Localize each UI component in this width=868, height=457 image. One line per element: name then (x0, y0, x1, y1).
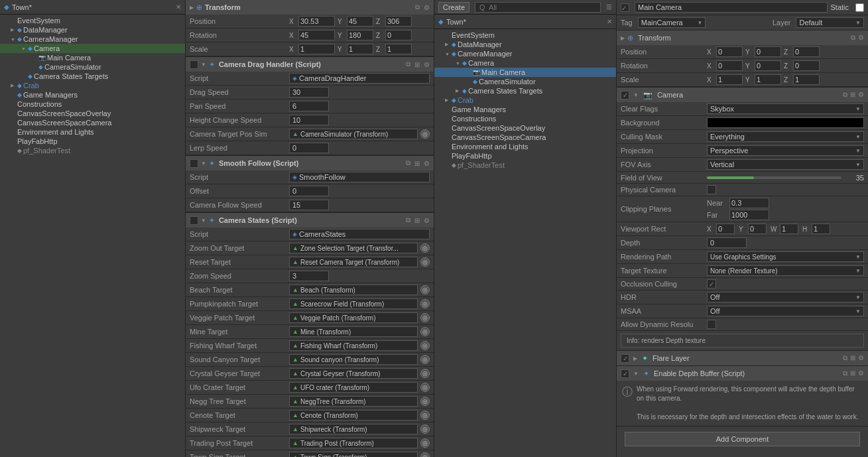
sf-follow-input[interactable] (289, 200, 329, 210)
ri-pos-z-input[interactable] (793, 46, 820, 57)
pumpkin-select-btn[interactable]: ◎ (420, 299, 430, 308)
h2-constr[interactable]: Constructions (434, 114, 616, 123)
clear-flags-dropdown[interactable]: Skybox ▼ (707, 103, 864, 114)
h2-gm[interactable]: Game Managers (434, 105, 616, 114)
target-texture-dropdown[interactable]: None (Render Texture) ▼ (707, 265, 864, 276)
h2-maincamera[interactable]: 📷 Main Camera (434, 68, 616, 77)
hierarchy2-search[interactable] (475, 2, 601, 13)
cdh-checkbox[interactable] (190, 60, 198, 69)
zoom-out-select-btn[interactable]: ◎ (420, 243, 430, 253)
far-input[interactable] (729, 210, 769, 220)
background-color-swatch[interactable] (707, 117, 864, 128)
ri-active-checkbox[interactable]: ✓ (621, 3, 629, 12)
cs-copy-btn[interactable]: ⧉ (406, 216, 410, 224)
ri-depth-expand-icon[interactable]: ⊞ (850, 369, 855, 377)
fishing-select-btn[interactable]: ◎ (420, 341, 430, 350)
h2-camerasimulator[interactable]: ◆ CameraSimulator (434, 77, 616, 86)
ri-flare-expand-icon[interactable]: ⊞ (850, 354, 855, 362)
tree-item-env1[interactable]: Environment and Lights (0, 127, 185, 137)
h2-crab[interactable]: ▶ ◆ Crab (434, 96, 616, 105)
ri-depth-checkbox[interactable]: ✓ (621, 369, 629, 378)
sf-offset-input[interactable] (289, 186, 329, 196)
zoom-out-value[interactable]: ▲ Zone Selection Target (Transfor... (289, 243, 418, 253)
ri-depth-copy-icon[interactable]: ⧉ (843, 369, 847, 377)
pan-speed-input[interactable] (289, 101, 329, 111)
cs-checkbox[interactable] (190, 216, 198, 225)
tree-item-maincamera-1[interactable]: 📷 Main Camera (0, 53, 185, 62)
beach-select-btn[interactable]: ◎ (420, 285, 430, 294)
town-sign-select-btn[interactable]: ◎ (420, 452, 430, 457)
crystal-geyser-select-btn[interactable]: ◎ (420, 369, 430, 378)
lerp-speed-input[interactable] (289, 143, 329, 153)
h2-pf[interactable]: ◆ pf_ShaderTest (434, 161, 616, 170)
go-name-input[interactable] (635, 2, 828, 13)
ri-pos-y-input[interactable] (755, 46, 781, 57)
allow-dynamic-checkbox[interactable] (707, 320, 716, 329)
sound-canyon-select-btn[interactable]: ◎ (420, 355, 430, 364)
ri-cam-copy-icon[interactable]: ⧉ (843, 91, 847, 99)
ri-flare-copy-icon[interactable]: ⧉ (843, 354, 847, 362)
vp-h-input[interactable] (812, 224, 830, 234)
cs-gear-btn[interactable]: ⚙ (424, 217, 430, 224)
tag-dropdown[interactable]: MainCamera ▼ (638, 17, 706, 28)
tree-item-cso1[interactable]: CanvasScreenSpaceOverlay (0, 109, 185, 118)
ri-flare-checkbox[interactable]: ✓ (621, 354, 629, 363)
tree-item-eventsystem[interactable]: EventSystem (0, 16, 185, 25)
trading-post-select-btn[interactable]: ◎ (420, 438, 430, 448)
tree-item-camera[interactable]: ▼ ◆ Camera (0, 44, 185, 53)
h2-close-icon[interactable]: ✕ (607, 18, 612, 25)
camera-target-select-btn[interactable]: ◎ (420, 129, 430, 139)
trading-post-value[interactable]: ▲ Trading Post (Transform) (289, 438, 418, 448)
h2-datamanager[interactable]: ▶ ◆ DataManager (434, 40, 616, 49)
camera-target-value[interactable]: ▲ CameraSimulator (Transform) (289, 129, 418, 139)
h2-cso[interactable]: CanvasScreenSpaceOverlay (434, 123, 616, 133)
sf-expand-btn[interactable]: ⊞ (414, 160, 420, 167)
h2-pfh[interactable]: PlayFabHttp (434, 151, 616, 161)
h2-eventsystem[interactable]: EventSystem (434, 31, 616, 40)
cenote-value[interactable]: ▲ Cenote (Transform) (289, 410, 418, 421)
ri-depth-gear-icon[interactable]: ⚙ (858, 369, 864, 377)
h2-cameramanager[interactable]: ▼ ◆ CameraManager (434, 49, 616, 58)
tree-item-pfh1[interactable]: PlayFabHttp (0, 137, 185, 146)
mine-select-btn[interactable]: ◎ (420, 327, 430, 336)
ri-rot-y-input[interactable] (755, 60, 781, 71)
ri-pos-x-input[interactable] (716, 46, 743, 57)
rot-z-input[interactable] (385, 30, 412, 40)
tree-item-csc1[interactable]: CanvasScreenSpaceCamera (0, 118, 185, 127)
depth-input[interactable] (707, 237, 747, 248)
beach-value[interactable]: ▲ Beach (Transform) (289, 285, 418, 295)
negg-tree-value[interactable]: ▲ NeggTree (Transform) (289, 396, 418, 407)
cdh-script-value[interactable]: ◈ CameraDragHandler (289, 73, 430, 84)
sf-script-value[interactable]: ◈ SmoothFollow (289, 172, 430, 182)
ri-flare-gear-icon[interactable]: ⚙ (858, 354, 864, 362)
transform-gear-btn[interactable]: ⚙ (424, 4, 430, 11)
physical-camera-checkbox[interactable] (707, 185, 716, 194)
fov-slider-track[interactable] (707, 176, 841, 179)
sf-checkbox[interactable] (190, 159, 198, 168)
vp-x-input[interactable] (716, 224, 735, 234)
tree-item-pf1[interactable]: ◆ pf_ShaderTest (0, 146, 185, 155)
rendering-path-dropdown[interactable]: Use Graphics Settings ▼ (707, 251, 864, 262)
tree-item-cst1[interactable]: ◆ Camera States Targets (0, 72, 185, 81)
scale-x-input[interactable] (298, 44, 335, 54)
pos-z-input[interactable] (385, 16, 412, 27)
town-sign-value[interactable]: ▲ Town Sign (Transform) (289, 452, 418, 457)
hierarchy2-menu-icon[interactable]: ☰ (606, 3, 612, 11)
veggie-select-btn[interactable]: ◎ (420, 313, 430, 322)
cdh-copy-btn[interactable]: ⧉ (406, 60, 410, 68)
add-component-button[interactable]: Add Component (625, 432, 860, 446)
h2-env[interactable]: Environment and Lights (434, 142, 616, 151)
layer-dropdown[interactable]: Default ▼ (796, 17, 864, 28)
h2-csc[interactable]: CanvasScreenSpaceCamera (434, 133, 616, 142)
cs-script-value[interactable]: ◈ CameraStates (289, 229, 430, 239)
shipwreck-select-btn[interactable]: ◎ (420, 424, 430, 434)
scale-y-input[interactable] (347, 44, 373, 54)
tree-item-crab1[interactable]: ▶ ◆ Crab (0, 81, 185, 90)
reset-target-value[interactable]: ▲ Reset Camera Target (Transform) (289, 257, 418, 267)
ri-t-copy-icon[interactable]: ⧉ (851, 34, 855, 42)
vp-y-input[interactable] (748, 224, 767, 234)
ufo-crater-value[interactable]: ▲ UFO crater (Transform) (289, 382, 418, 393)
rot-y-input[interactable] (347, 30, 373, 40)
hierarchy1-close[interactable]: ✕ (176, 3, 181, 11)
ri-cam-checkbox[interactable]: ✓ (621, 91, 629, 99)
